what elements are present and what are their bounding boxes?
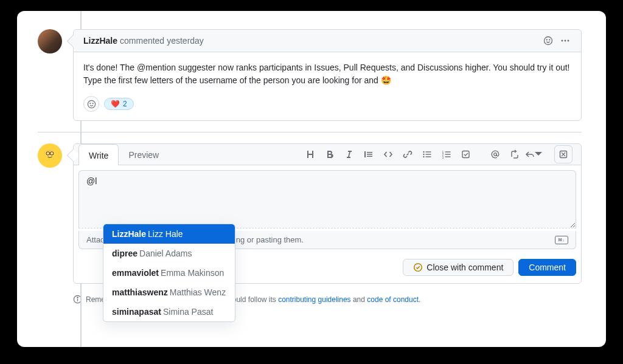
svg-point-20 [423, 156, 424, 157]
suggestion-realname: Matthias Wenz [170, 287, 226, 297]
svg-point-2 [549, 39, 550, 40]
suggestion-username: matthiaswenz [112, 287, 168, 297]
suggestion-realname: Simina Pasat [163, 307, 213, 317]
svg-rect-14 [364, 151, 366, 157]
ordered-list-icon[interactable]: 123 [437, 145, 456, 163]
suggestion-realname: Daniel Adams [139, 249, 192, 258]
avatar-lizzhale[interactable] [38, 29, 62, 53]
markdown-badge-icon[interactable]: M↓ [555, 236, 568, 244]
svg-point-19 [423, 154, 424, 155]
app-window: LizzHale commented yesterday It's done! … [17, 11, 606, 347]
markdown-toolbar: 123 [301, 145, 576, 163]
comment-button-label: Comment [529, 263, 566, 272]
cross-reference-icon[interactable] [506, 145, 524, 163]
close-with-comment-button[interactable]: Close with comment [403, 259, 513, 276]
suggestion-realname: Lizz Hale [148, 229, 183, 239]
svg-text:3: 3 [442, 156, 444, 159]
tab-write[interactable]: Write [78, 144, 119, 165]
avatar-current-user[interactable] [38, 143, 62, 168]
svg-point-31 [494, 153, 497, 156]
reaction-count: 2 [123, 100, 127, 108]
svg-rect-28 [445, 154, 451, 154]
section-divider [38, 132, 582, 132]
reply-icon[interactable] [525, 145, 543, 163]
suggestion-item[interactable]: dipreeDaniel Adams [103, 244, 235, 263]
svg-point-4 [565, 40, 566, 42]
checkmark-circle-icon [413, 263, 423, 272]
suggestion-username: LizzHale [112, 229, 146, 239]
suggestion-item[interactable]: LizzHaleLizz Hale [103, 224, 235, 244]
add-reaction-button[interactable] [83, 96, 99, 112]
heart-icon: ❤️ [111, 100, 120, 108]
svg-rect-29 [445, 156, 451, 157]
svg-point-36 [77, 297, 78, 298]
suggestion-item[interactable]: siminapasatSimina Pasat [103, 302, 235, 321]
tab-preview[interactable]: Preview [119, 144, 169, 165]
mention-suggester: LizzHaleLizz Hale dipreeDaniel Adams emm… [103, 224, 235, 322]
reactions: ❤️ 2 [74, 96, 581, 120]
reaction-heart[interactable]: ❤️ 2 [104, 98, 134, 110]
svg-rect-27 [445, 151, 451, 152]
svg-point-1 [546, 39, 547, 40]
svg-rect-15 [367, 152, 372, 153]
suggestion-username: emmaviolet [112, 268, 159, 278]
suggestion-item[interactable]: emmavioletEmma Makinson [103, 263, 235, 283]
svg-rect-22 [426, 154, 431, 154]
comment-body: It's done! The @mention suggester now ra… [74, 52, 581, 96]
suggestion-username: dipree [112, 249, 137, 258]
diff-icon[interactable] [554, 145, 573, 163]
heading-icon[interactable] [301, 145, 319, 163]
quote-icon[interactable] [360, 145, 378, 163]
italic-icon[interactable] [340, 145, 358, 163]
svg-point-18 [423, 151, 424, 153]
comment-textarea[interactable] [78, 170, 576, 228]
mention-icon[interactable] [486, 145, 504, 163]
contributing-guidelines-link[interactable]: contributing guidelines [278, 295, 350, 304]
composer-tabs: Write Preview 123 [74, 144, 581, 165]
comment-box: LizzHale commented yesterday It's done! … [73, 29, 582, 121]
comment-action: commented [120, 36, 164, 46]
suggestion-item[interactable]: matthiaswenzMatthias Wenz [103, 283, 235, 302]
tasklist-icon[interactable] [457, 145, 475, 163]
code-icon[interactable] [379, 145, 397, 163]
svg-point-6 [88, 100, 95, 108]
suggestion-username: siminapasat [112, 307, 161, 317]
kebab-icon[interactable] [559, 35, 571, 47]
svg-rect-17 [367, 156, 372, 157]
smiley-icon[interactable] [542, 35, 554, 47]
unordered-list-icon[interactable] [418, 145, 436, 163]
svg-point-0 [545, 37, 552, 45]
svg-rect-16 [367, 154, 372, 155]
comment-header: LizzHale commented yesterday [74, 30, 581, 52]
code-of-conduct-link[interactable]: code of conduct [367, 295, 419, 304]
comment-author[interactable]: LizzHale [83, 36, 117, 46]
svg-point-8 [92, 103, 93, 103]
comment-row: LizzHale commented yesterday It's done! … [38, 29, 582, 121]
close-button-label: Close with comment [426, 263, 503, 272]
svg-point-5 [568, 40, 569, 42]
suggestion-realname: Emma Makinson [161, 268, 224, 278]
bold-icon[interactable] [321, 145, 339, 163]
svg-rect-30 [462, 151, 469, 158]
svg-rect-21 [426, 151, 431, 152]
link-icon[interactable] [399, 145, 417, 163]
svg-point-7 [89, 103, 90, 103]
comment-timestamp[interactable]: yesterday [167, 36, 204, 46]
svg-rect-23 [426, 156, 431, 157]
comment-button[interactable]: Comment [518, 259, 576, 276]
svg-point-3 [562, 40, 563, 42]
